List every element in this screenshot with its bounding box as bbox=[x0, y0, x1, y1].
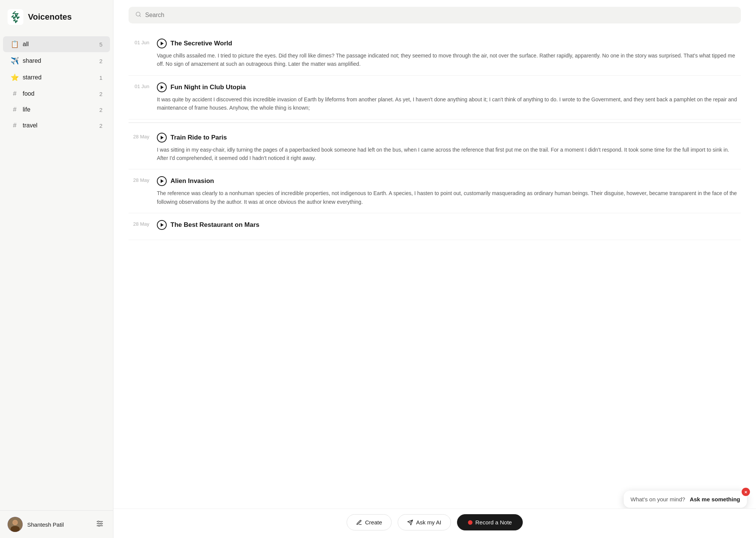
sidebar-footer: Shantesh Patil bbox=[0, 510, 113, 538]
sidebar-item-life-label: life bbox=[23, 106, 30, 113]
sidebar-item-all-count: 5 bbox=[99, 41, 102, 48]
sidebar-item-life[interactable]: # life 2 bbox=[3, 102, 110, 117]
svg-line-12 bbox=[139, 16, 141, 17]
note-body-1: It was quite by accident I discovered th… bbox=[157, 95, 741, 112]
note-content-3: Alien Invasion The reference was clearly… bbox=[157, 176, 741, 206]
sidebar-item-food-label: food bbox=[23, 90, 34, 97]
sidebar-item-shared-count: 2 bbox=[99, 58, 102, 64]
note-date-2: 28 May bbox=[129, 133, 149, 163]
note-title-4: The Best Restaurant on Mars bbox=[170, 221, 259, 229]
note-body-3: The reference was clearly to a nonhuman … bbox=[157, 189, 741, 206]
sidebar-item-shared-label: shared bbox=[23, 57, 41, 64]
note-date-3: 28 May bbox=[129, 176, 149, 206]
note-date-4: 28 May bbox=[129, 220, 149, 233]
svg-point-9 bbox=[101, 523, 102, 524]
search-icon bbox=[135, 11, 141, 19]
play-triangle-0 bbox=[161, 42, 164, 45]
note-content-0: The Secretive World Vague chills assaile… bbox=[157, 39, 741, 68]
sidebar-item-starred-label: starred bbox=[23, 74, 42, 81]
sidebar-item-all-label: all bbox=[23, 41, 29, 48]
record-note-button[interactable]: Record a Note bbox=[457, 514, 523, 530]
play-button-4[interactable] bbox=[157, 220, 167, 230]
note-title-2: Train Ride to Paris bbox=[170, 134, 227, 141]
ask-ai-button[interactable]: Ask my AI bbox=[398, 514, 451, 530]
travel-hash-icon: # bbox=[11, 122, 19, 129]
user-info: Shantesh Patil bbox=[8, 517, 64, 532]
note-content-1: Fun Night in Club Utopia It was quite by… bbox=[157, 82, 741, 112]
main-content: 01 Jun The Secretive World Vague chills … bbox=[113, 0, 756, 538]
note-date-1: 01 Jun bbox=[129, 82, 149, 112]
note-item-3: 28 May Alien Invasion The reference was … bbox=[129, 169, 741, 213]
notes-list: 01 Jun The Secretive World Vague chills … bbox=[113, 28, 756, 538]
search-input[interactable] bbox=[145, 12, 734, 19]
note-body-2: I was sitting in my easy-chair, idly tur… bbox=[157, 146, 741, 163]
create-button[interactable]: Create bbox=[347, 514, 392, 530]
sidebar-item-shared[interactable]: ✈️ shared 2 bbox=[3, 53, 110, 69]
life-hash-icon: # bbox=[11, 106, 19, 113]
create-button-label: Create bbox=[365, 519, 382, 526]
svg-point-8 bbox=[98, 521, 99, 522]
ai-bubble-ask-link[interactable]: Ask me something bbox=[690, 496, 740, 502]
sidebar-item-travel[interactable]: # travel 2 bbox=[3, 118, 110, 133]
create-icon bbox=[356, 519, 362, 526]
avatar bbox=[8, 517, 23, 532]
play-button-2[interactable] bbox=[157, 133, 167, 143]
avatar-image bbox=[8, 517, 23, 532]
play-button-1[interactable] bbox=[157, 82, 167, 92]
ai-bubble-close-button[interactable]: × bbox=[742, 488, 750, 496]
svg-point-10 bbox=[98, 525, 100, 526]
play-button-0[interactable] bbox=[157, 39, 167, 48]
app-title: Voicenotes bbox=[28, 12, 72, 22]
sidebar-item-food-count: 2 bbox=[99, 91, 102, 97]
settings-icon bbox=[96, 519, 104, 528]
settings-button[interactable] bbox=[94, 518, 105, 531]
sidebar-nav: 📋 all 5 ✈️ shared 2 ⭐ starred 1 # food bbox=[0, 33, 113, 510]
note-date-0: 01 Jun bbox=[129, 39, 149, 68]
ai-bubble-prompt: What's on your mind? bbox=[631, 496, 685, 502]
bottom-toolbar: Create Ask my AI Record a Note bbox=[113, 509, 756, 538]
section-divider bbox=[129, 122, 741, 123]
sidebar-item-travel-count: 2 bbox=[99, 122, 102, 129]
note-item-2: 28 May Train Ride to Paris I was sitting… bbox=[129, 126, 741, 170]
ai-bubble: × What's on your mind? Ask me something bbox=[624, 491, 747, 508]
search-bar-container bbox=[113, 0, 756, 28]
note-content-2: Train Ride to Paris I was sitting in my … bbox=[157, 133, 741, 163]
note-content-4: The Best Restaurant on Mars bbox=[157, 220, 741, 233]
play-triangle-1 bbox=[161, 85, 164, 89]
sidebar-item-life-count: 2 bbox=[99, 107, 102, 113]
app-logo-icon bbox=[8, 9, 23, 25]
note-title-1: Fun Night in Club Utopia bbox=[170, 84, 246, 91]
sidebar-item-travel-label: travel bbox=[23, 122, 37, 129]
play-triangle-4 bbox=[161, 223, 164, 227]
record-note-button-label: Record a Note bbox=[476, 519, 512, 526]
sidebar-item-food[interactable]: # food 2 bbox=[3, 86, 110, 101]
ask-ai-icon bbox=[407, 519, 413, 526]
svg-point-3 bbox=[11, 526, 20, 532]
starred-icon: ⭐ bbox=[11, 73, 19, 82]
note-item-0: 01 Jun The Secretive World Vague chills … bbox=[129, 32, 741, 76]
sidebar: Voicenotes 📋 all 5 ✈️ shared 2 ⭐ starred… bbox=[0, 0, 113, 538]
note-title-3: Alien Invasion bbox=[170, 177, 214, 185]
sidebar-item-starred[interactable]: ⭐ starred 1 bbox=[3, 70, 110, 85]
play-button-3[interactable] bbox=[157, 176, 167, 186]
svg-point-4 bbox=[13, 520, 17, 525]
user-name: Shantesh Patil bbox=[27, 521, 64, 528]
sidebar-header: Voicenotes bbox=[0, 0, 113, 33]
ask-ai-button-label: Ask my AI bbox=[416, 519, 442, 526]
note-title-0: The Secretive World bbox=[170, 40, 232, 47]
sidebar-item-starred-count: 1 bbox=[99, 74, 102, 81]
all-icon: 📋 bbox=[11, 40, 19, 48]
sidebar-item-all[interactable]: 📋 all 5 bbox=[3, 36, 110, 52]
search-bar[interactable] bbox=[129, 7, 741, 23]
shared-icon: ✈️ bbox=[11, 57, 19, 65]
note-item-1: 01 Jun Fun Night in Club Utopia It was q… bbox=[129, 76, 741, 119]
play-triangle-3 bbox=[161, 179, 164, 183]
food-hash-icon: # bbox=[11, 90, 19, 98]
note-item-4: 28 May The Best Restaurant on Mars bbox=[129, 213, 741, 240]
note-body-0: Vague chills assailed me. I tried to pic… bbox=[157, 51, 741, 68]
record-dot-icon bbox=[468, 520, 472, 525]
play-triangle-2 bbox=[161, 136, 164, 140]
